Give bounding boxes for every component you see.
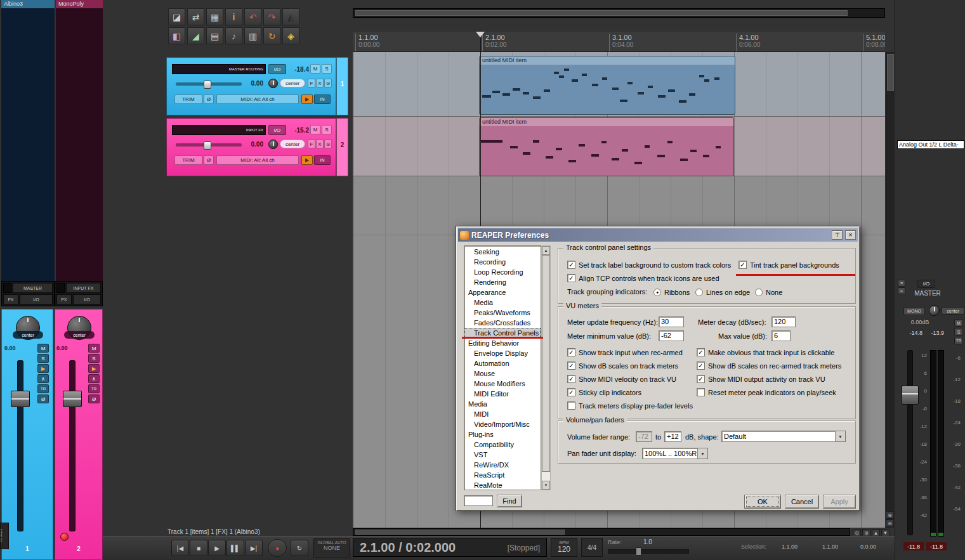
phase-button[interactable]: Ø [88, 394, 100, 403]
trim-button[interactable]: TRIM [174, 94, 202, 104]
checkbox[interactable]: ✓ [567, 261, 575, 269]
grid-icon[interactable]: ▤ [206, 27, 223, 44]
mixer-tab-track2[interactable]: MonoPoly [56, 0, 103, 8]
monitor-button[interactable]: IN [314, 94, 331, 104]
midi-item-track2[interactable]: untitled MIDI item [479, 117, 734, 176]
timeline-ruler[interactable]: 1.1.000:00.002.1.000:02.003.1.000:04.004… [353, 32, 885, 52]
tcp-track2[interactable]: INPUT FX I/O -15.2 M S 0.00 center F X ⊙… [166, 118, 336, 176]
midi-input-button[interactable]: MIDI: All: All ch [216, 155, 299, 165]
find-input[interactable] [464, 495, 493, 506]
volume-value[interactable]: 0.00 [56, 345, 68, 351]
list-scrollbar[interactable]: ▲ ▼ [541, 245, 551, 490]
pref-tree-item-seeking[interactable]: Seeking [464, 247, 541, 257]
vertical-scrollbar[interactable] [886, 52, 894, 528]
fx-bypass-button[interactable]: X [316, 140, 324, 148]
volume-fader-track[interactable] [69, 360, 75, 531]
checkbox[interactable]: ✓ [567, 375, 575, 383]
selection-start[interactable]: 1.1.00 [782, 544, 798, 550]
fx-power-icon[interactable]: ⊙ [324, 140, 332, 148]
fx-button[interactable]: F [308, 79, 315, 88]
rate-slider-thumb[interactable] [636, 547, 641, 556]
radio-button[interactable] [695, 289, 703, 296]
pref-tree-item-mouse[interactable]: Mouse [464, 368, 541, 379]
track-number-tab[interactable]: 2 [336, 118, 348, 176]
checkbox-row[interactable]: ✓Show dB scales on track meters [567, 361, 678, 370]
tcp-track1[interactable]: MASTER ROUTING I/O -18.4 M S 0.00 center… [166, 57, 336, 115]
trim-button[interactable]: TR [954, 337, 963, 344]
pref-tree-item-midi[interactable]: MIDI [464, 409, 541, 419]
volume-value[interactable]: 0.00 [244, 79, 263, 88]
master-fader-track[interactable] [907, 350, 913, 535]
volume-fader-handle[interactable] [11, 391, 30, 407]
scrollbar-thumb[interactable] [355, 530, 565, 535]
solo-button[interactable]: S [37, 354, 49, 363]
pref-tree-item-automation[interactable]: Automation [464, 358, 541, 368]
checkbox[interactable] [567, 401, 575, 410]
glue-items-icon[interactable]: ⇄ [187, 8, 204, 25]
envelope-icon[interactable]: ≡ [898, 280, 905, 287]
volume-fader-handle[interactable] [204, 81, 211, 89]
pref-tree-item-plug-ins[interactable]: Plug-ins [464, 429, 541, 440]
pan-value[interactable]: center [280, 79, 305, 88]
pref-tree-item-media[interactable]: Media [464, 399, 541, 409]
phase-button[interactable]: Ø [204, 94, 214, 104]
io-button[interactable]: I/O [20, 294, 53, 304]
mute-button[interactable]: M [310, 64, 320, 74]
midi-item-track1[interactable]: untitled MIDI item [479, 56, 735, 115]
fx-button[interactable]: FX [3, 294, 18, 304]
mono-button[interactable]: MONO [903, 307, 925, 315]
global-automation-widget[interactable]: GLOBAL AUTO NONE [313, 538, 350, 557]
pref-tree-item-appearance[interactable]: Appearance [464, 287, 541, 297]
volume-value[interactable]: 0.00 [4, 345, 16, 351]
pref-tree-item-editing-behavior[interactable]: Editing Behavior [464, 338, 541, 348]
horizontal-scrollbar[interactable] [353, 528, 850, 536]
redo-icon[interactable]: ↷ [263, 8, 280, 25]
pan-value[interactable]: center [942, 307, 964, 315]
checkbox-row[interactable]: ✓Show MIDI output activity on track VU [697, 374, 825, 384]
stop-button[interactable]: ■ [190, 540, 207, 556]
checkbox-row-custom-colors[interactable]: ✓ Set track label background to custom t… [567, 260, 731, 270]
top-horizontal-scrollbar[interactable] [353, 8, 885, 18]
pref-tree-item-rewire-dx[interactable]: ReWire/DX [464, 460, 541, 470]
pause-button[interactable]: ▌▌ [226, 540, 244, 556]
io-button[interactable]: I/O [917, 280, 935, 288]
time-signature-widget[interactable]: 4/4 [581, 538, 603, 557]
pref-tree-item-reamote[interactable]: ReaMote [464, 480, 541, 490]
pan-knob[interactable] [268, 140, 278, 149]
phase-button[interactable]: Ø [37, 394, 49, 403]
pref-tree-item-fades-crossfades[interactable]: Fades/Crossfades [464, 318, 541, 328]
lock-ic on[interactable]: ◈ [282, 27, 299, 44]
record-arm-button[interactable]: ▶ [301, 155, 313, 165]
checkbox-row[interactable]: ✓Make obvious that track input is clicka… [697, 348, 834, 357]
scrollbar-thumb[interactable] [887, 54, 894, 91]
pref-tree-item-rendering[interactable]: Rendering [464, 277, 541, 287]
fx-bypass-button[interactable]: X [316, 79, 324, 88]
repeat-button[interactable]: ↻ [291, 540, 308, 556]
radio-none[interactable]: None [755, 287, 782, 297]
pan-unit-select[interactable]: 100%L .. 100%R ▼ [642, 448, 708, 459]
find-button[interactable]: Find [497, 495, 522, 507]
chevron-down-icon[interactable]: ▼ [835, 431, 845, 441]
volume-value[interactable]: 0.00 [244, 140, 263, 148]
selection-length[interactable]: 0.0.00 [860, 544, 876, 550]
scrollbar-thumb[interactable] [542, 255, 550, 472]
undo-icon[interactable]: ↶ [244, 8, 261, 25]
pref-tree-item-compatibility[interactable]: Compatibility [464, 440, 541, 450]
pref-tree-item-recording[interactable]: Recording [464, 257, 541, 267]
fader-range-min-input[interactable]: -72 [636, 431, 652, 442]
io-button[interactable]: I/O [268, 125, 286, 135]
meter-update-frequency-input[interactable]: 30 [659, 316, 684, 327]
mixer-tab-track1[interactable]: Albino3 [1, 0, 55, 8]
mute-button[interactable]: M [37, 344, 49, 353]
cancel-button[interactable]: Cancel [785, 495, 819, 509]
volume-fader-handle[interactable] [204, 141, 211, 150]
radio-button[interactable] [755, 289, 763, 296]
close-button[interactable]: × [845, 230, 856, 240]
checkbox-row[interactable]: ✓Show track input when rec-armed [567, 348, 683, 357]
envelope-icon[interactable]: ◢ [187, 27, 204, 44]
track-number-tab[interactable]: 1 [336, 57, 348, 115]
radio-button[interactable]: ● [653, 289, 661, 296]
pin-icon[interactable]: ⊤ [832, 230, 843, 240]
checkbox-row-align-tcp[interactable]: ✓ Align TCP controls when track icons ar… [567, 273, 719, 283]
preferences-category-list[interactable]: SeekingRecordingLoop RecordingRenderingA… [464, 245, 541, 490]
